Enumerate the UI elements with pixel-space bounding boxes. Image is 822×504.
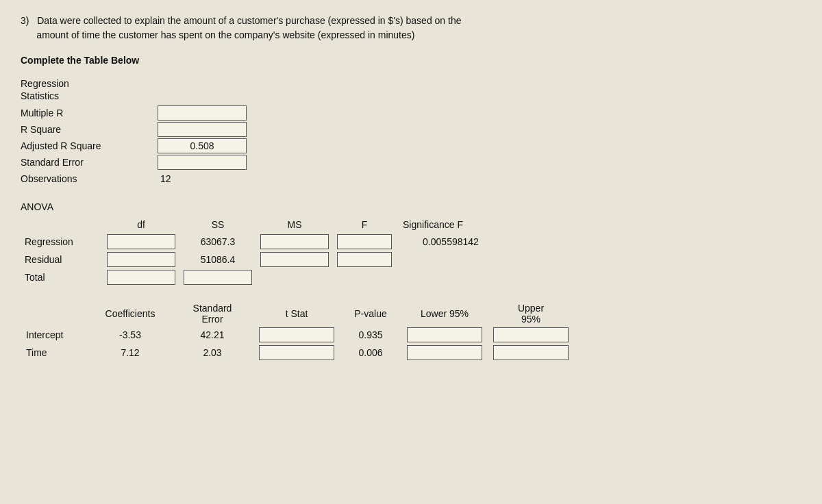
question-line1: Data were collected to explain the amoun… (37, 15, 461, 26)
anova-total-label: Total (21, 268, 103, 286)
coeff-time-lower[interactable] (401, 344, 488, 362)
adj-r-square-label: Adjusted R Square (21, 140, 158, 151)
coeff-intercept-pvalue: 0.935 (340, 326, 401, 344)
adj-r-square-row: Adjusted R Square 0.508 (21, 138, 801, 153)
observations-value: 12 (160, 173, 171, 184)
anova-total-ss-cell[interactable] (179, 268, 256, 286)
anova-residual-sig-cell (396, 251, 506, 268)
r-square-box[interactable] (158, 122, 247, 137)
adj-r-square-box[interactable]: 0.508 (158, 138, 247, 153)
multiple-r-row: Multiple R (21, 105, 801, 121)
coeff-time-coeff: 7.12 (89, 344, 171, 362)
anova-regression-f-cell[interactable] (333, 233, 396, 251)
anova-residual-df-cell[interactable] (103, 251, 179, 268)
std-error-box[interactable] (158, 155, 247, 170)
anova-regression-row: Regression 63067.3 0.005598142 (21, 233, 506, 251)
anova-total-df-cell[interactable] (103, 268, 179, 286)
coeff-header-se: StandardError (171, 301, 253, 326)
anova-residual-row: Residual 51086.4 (21, 251, 506, 268)
coeff-intercept-tstat[interactable] (253, 326, 340, 344)
anova-section: ANOVA df SS MS F Significance F Regressi… (21, 201, 801, 286)
coeff-intercept-row: Intercept -3.53 42.21 0.935 (21, 326, 574, 344)
coeff-intercept-upper[interactable] (488, 326, 574, 344)
question-line2: amount of time the customer has spent on… (36, 29, 414, 40)
question-number: 3) (21, 15, 29, 26)
anova-total-sig-cell (396, 268, 506, 286)
r-square-label: R Square (21, 124, 158, 135)
anova-table: df SS MS F Significance F Regression 630… (21, 218, 506, 286)
coeff-time-label: Time (21, 344, 89, 362)
anova-header-ss: SS (179, 218, 256, 233)
coeff-intercept-label: Intercept (21, 326, 89, 344)
coeff-time-pvalue: 0.006 (340, 344, 401, 362)
coeff-header-coeff: Coefficients (89, 301, 171, 326)
anova-total-row: Total (21, 268, 506, 286)
anova-header-df: df (103, 218, 179, 233)
regression-stats-section: Regression Statistics Multiple R R Squar… (21, 78, 801, 186)
anova-total-ms-cell (256, 268, 333, 286)
anova-header-blank (21, 218, 103, 233)
anova-title: ANOVA (21, 201, 801, 212)
anova-residual-ms-cell[interactable] (256, 251, 333, 268)
coeff-intercept-se: 42.21 (171, 326, 253, 344)
coeff-time-tstat[interactable] (253, 344, 340, 362)
std-error-row: Standard Error (21, 155, 801, 170)
reg-stats-title-line1: Regression (21, 78, 801, 89)
instruction-title: Complete the Table Below (21, 55, 801, 66)
coeff-header-tstat: t Stat (253, 301, 340, 326)
coeff-header-upper: Upper95% (488, 301, 574, 326)
coefficients-table: Coefficients StandardError t Stat P-valu… (21, 301, 574, 362)
anova-regression-ms-cell[interactable] (256, 233, 333, 251)
coeff-intercept-lower[interactable] (401, 326, 488, 344)
coeff-time-upper[interactable] (488, 344, 574, 362)
anova-header-f: F (333, 218, 396, 233)
anova-regression-label: Regression (21, 233, 103, 251)
reg-stats-title-line2: Statistics (21, 90, 801, 101)
coeff-header-pvalue: P-value (340, 301, 401, 326)
anova-residual-ss-cell: 51086.4 (179, 251, 256, 268)
multiple-r-box[interactable] (158, 105, 247, 121)
anova-regression-df-cell[interactable] (103, 233, 179, 251)
coeff-time-row: Time 7.12 2.03 0.006 (21, 344, 574, 362)
anova-regression-sig-cell: 0.005598142 (396, 233, 506, 251)
observations-row: Observations 12 (21, 171, 801, 186)
coeff-intercept-coeff: -3.53 (89, 326, 171, 344)
std-error-label: Standard Error (21, 157, 158, 168)
anova-header-sig: Significance F (396, 218, 506, 233)
coeff-header-blank (21, 301, 89, 326)
anova-residual-label: Residual (21, 251, 103, 268)
anova-header-ms: MS (256, 218, 333, 233)
multiple-r-label: Multiple R (21, 108, 158, 118)
observations-label: Observations (21, 173, 158, 184)
coeff-time-se: 2.03 (171, 344, 253, 362)
r-square-row: R Square (21, 122, 801, 137)
coefficients-section: Coefficients StandardError t Stat P-valu… (21, 301, 801, 362)
anova-total-f-cell (333, 268, 396, 286)
question-text: 3) Data were collected to explain the am… (21, 14, 801, 42)
anova-regression-ss-cell: 63067.3 (179, 233, 256, 251)
anova-residual-f-cell[interactable] (333, 251, 396, 268)
coeff-header-lower: Lower 95% (401, 301, 488, 326)
